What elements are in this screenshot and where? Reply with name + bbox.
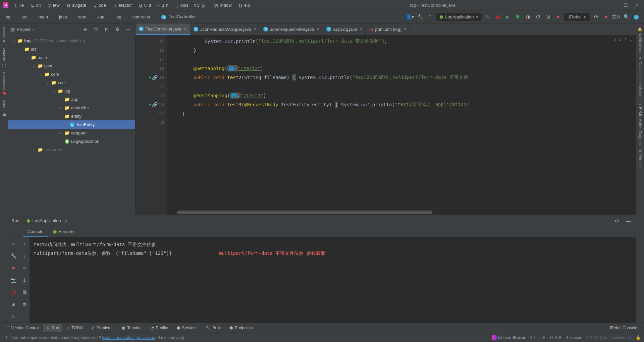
tab-testcontroller[interactable]: CTestController.java✕ <box>136 23 190 35</box>
bb-jrebel-console[interactable]: JRebel Console <box>605 324 641 332</box>
caret-position[interactable]: 3:1 <box>530 335 536 340</box>
menu-view[interactable]: View <box>44 1 61 9</box>
jrebel-dropdown[interactable]: JRebel▾ <box>564 13 590 21</box>
scroll-end-icon[interactable]: ⤓ <box>20 276 29 284</box>
crumb-controller[interactable]: controller <box>131 14 152 20</box>
tree-controller[interactable]: ›📁controller <box>8 104 135 112</box>
minimize-button[interactable]: ─ <box>613 2 617 8</box>
close-button[interactable]: ✕ <box>635 2 639 8</box>
tree-resources[interactable]: ⌄📁resources <box>8 146 135 154</box>
inspection-widget[interactable]: ⚠5 ⌃ ⌄ <box>614 37 632 42</box>
menu-navigate[interactable]: Navigate <box>63 1 88 9</box>
rerun-icon[interactable]: ↻ <box>9 239 18 248</box>
debug-icon[interactable]: 🪲 <box>514 12 522 21</box>
console-output[interactable]: test2访问成功，multipart/form-data 不带文件传参 mul… <box>30 237 636 323</box>
stop-run-icon[interactable]: ■ <box>9 264 18 272</box>
tool-bookmarks[interactable]: 🔖 Bookmarks <box>2 72 6 96</box>
clear-icon[interactable]: 🗑 <box>20 300 29 308</box>
code-editor[interactable]: 15 16 17 18 ▶🔗19 22 23 ▶🔗24 27 28 System… <box>136 35 636 215</box>
select-opened-icon[interactable]: ⊕ <box>81 25 90 34</box>
expand-all-icon[interactable]: ⇉ <box>92 25 100 34</box>
bb-version-control[interactable]: ᛉVersion Control <box>3 324 42 332</box>
close-icon[interactable]: ✕ <box>404 27 407 32</box>
jrebel-debug-icon[interactable]: 🐞 <box>493 12 502 21</box>
tab-aoplog[interactable]: CAopLog.java✕ <box>323 23 366 35</box>
tool-bpmn[interactable]: ◇ BPMN-Activiti-Diagram <box>638 101 642 145</box>
url-gutter-icon[interactable]: 🔗 <box>152 75 158 80</box>
more-icon[interactable]: » <box>9 312 18 321</box>
tool-jrebel[interactable]: ⬢ JRebel <box>2 100 6 117</box>
tabnine-widget[interactable]: tabnine Starter <box>492 335 526 340</box>
tree-com[interactable]: ⌄📁com <box>8 70 135 78</box>
tool-maven[interactable]: m Maven <box>638 81 642 97</box>
scroll-up-icon[interactable]: ↑ <box>20 239 29 248</box>
tree-src[interactable]: ⌄📁src <box>8 45 135 53</box>
tool-structure[interactable]: ⛶ Structure <box>2 48 6 68</box>
project-tree[interactable]: ⌄📁logD:\IDEA-workspace\boke\log ⌄📁src ⌄📁… <box>8 35 135 215</box>
bb-problems[interactable]: ⊘Problems <box>88 324 117 332</box>
sync-icon[interactable]: ⬤ <box>632 12 641 21</box>
next-highlight-icon[interactable]: ⌄ <box>630 37 632 42</box>
attach-icon[interactable]: ⇲ <box>544 12 552 21</box>
tool-notifications[interactable]: 🔔 Notifications <box>638 27 642 53</box>
tree-aop[interactable]: ›📁aop <box>8 95 135 104</box>
tab-jsonrequestwrapper[interactable]: CJsonRequestWrapper.java✕ <box>190 23 260 35</box>
profile-icon[interactable]: ⏱ <box>534 12 542 21</box>
vcs-update-icon[interactable]: ⟳ <box>592 12 600 21</box>
tree-main[interactable]: ⌄📁main <box>8 53 135 62</box>
vcs-icon[interactable]: ■ <box>602 12 610 21</box>
tree-java[interactable]: ⌄📁java <box>8 62 135 70</box>
crumb-log[interactable]: log <box>3 14 12 20</box>
tree-logapp[interactable]: ⬢LogApplication <box>8 137 135 146</box>
menu-refactor[interactable]: Refactor <box>109 1 134 9</box>
run-config-selector[interactable]: ⬢LogApplication▾ <box>436 13 482 21</box>
indent-setting[interactable]: 4 spaces <box>566 335 582 340</box>
crumb-xue[interactable]: xue <box>96 14 106 20</box>
horizontal-scrollbar[interactable] <box>167 211 629 215</box>
run-icon[interactable]: ▶ <box>503 12 512 21</box>
tool-project[interactable]: ■ Project <box>2 27 6 44</box>
bb-endpoints[interactable]: ⬢Endpoints <box>226 324 256 332</box>
console-tab[interactable]: Console <box>23 227 48 237</box>
menu-help[interactable]: Help <box>235 1 252 9</box>
run-hide-icon[interactable]: — <box>624 217 633 225</box>
bb-run[interactable]: ▶Run <box>43 324 62 332</box>
menu-file[interactable]: File <box>11 1 26 9</box>
crumb-com[interactable]: com <box>77 14 88 20</box>
tabs-more-icon[interactable]: ⋮ <box>410 23 420 35</box>
tree-wrapper[interactable]: ›📁wrapper <box>8 129 135 137</box>
status-icon[interactable]: ☐ <box>3 335 7 340</box>
file-encoding[interactable]: UTF-8 <box>550 335 561 340</box>
prev-highlight-icon[interactable]: ⌃ <box>625 37 627 42</box>
run-gutter-icon[interactable]: ▶ <box>149 102 151 107</box>
menu-vcs[interactable]: VCS <box>192 1 209 9</box>
line-separator[interactable]: LF <box>540 335 545 340</box>
translate-icon[interactable]: 文A <box>612 12 621 21</box>
settings-icon[interactable]: ⚙ <box>113 25 122 34</box>
layout-icon[interactable]: ⊞ <box>9 300 18 308</box>
actuator-tab[interactable]: ⬢Actuator <box>48 227 79 237</box>
crumb-class[interactable]: CTestController <box>160 13 198 20</box>
jrebel-icon[interactable]: ⎍ <box>426 12 434 21</box>
close-icon[interactable]: ✕ <box>316 27 319 32</box>
bb-terminal[interactable]: ▣Terminal <box>118 324 146 332</box>
tab-pom[interactable]: mpom.xml (log)✕ <box>366 23 410 35</box>
scroll-down-icon[interactable]: ↓ <box>20 251 29 260</box>
stop-icon[interactable]: ■ <box>554 12 562 21</box>
user-icon[interactable]: 👤▾ <box>406 12 414 21</box>
tree-testentity[interactable]: CTestEntity <box>8 120 135 129</box>
lock-icon[interactable]: 🔓 <box>636 335 641 340</box>
tab-jsonrequestfilter[interactable]: CJsonRequestFilter.java✕ <box>260 23 323 35</box>
build-icon[interactable]: 🔨 <box>416 12 424 21</box>
crumb-logpkg[interactable]: log <box>114 14 122 20</box>
coverage-icon[interactable]: ◑ <box>524 12 532 21</box>
project-view-selector[interactable]: ▤ Project ▾ <box>11 27 78 32</box>
wrench-icon[interactable]: 🔧 <box>9 251 18 260</box>
tree-entity[interactable]: ⌄📁entity <box>8 112 135 120</box>
menu-build[interactable]: Build <box>135 1 153 9</box>
bb-services[interactable]: ⬣Services <box>173 324 201 332</box>
menu-code[interactable]: Code <box>90 1 108 9</box>
url-gutter-icon[interactable]: 🔗 <box>152 102 158 107</box>
bug-icon[interactable]: 🐞 <box>9 288 18 296</box>
bb-todo[interactable]: ≡TODO <box>64 324 86 332</box>
